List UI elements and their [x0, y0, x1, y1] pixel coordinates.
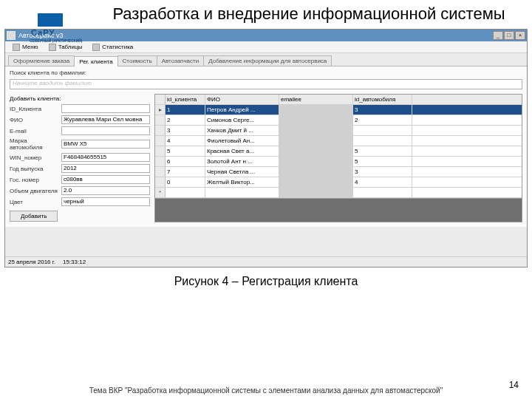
- search-label: Поиск клиента по фамилии:: [10, 69, 86, 76]
- app-icon: [7, 31, 16, 40]
- form-row: Год выпуска2012: [10, 164, 150, 173]
- form-row: Гос. номерс080вв: [10, 175, 150, 184]
- form-header: Добавить клиента:: [10, 95, 150, 102]
- field-input[interactable]: F468484655515: [61, 153, 150, 162]
- form-row: ID_Клиента: [10, 104, 150, 113]
- logo: СаРУ СЕВЕРНЫЙ (АРКТИЧЕСКИЙ): [30, 13, 71, 50]
- table-row[interactable]: 6Золотой Ант н ...5: [155, 157, 522, 167]
- tabstrip: Оформление заказа Рег. клиента Стоимость…: [5, 53, 527, 66]
- tab-info[interactable]: Добавление информации для автосервиса: [203, 55, 332, 66]
- minimize-button[interactable]: _: [493, 31, 503, 40]
- grid-panel: id_клиента ФИО emailee id_автомобиля ▸1П…: [154, 94, 522, 222]
- table-row[interactable]: 4Фиолетовый Ан...: [155, 136, 522, 146]
- field-label: WIN_номер: [10, 154, 61, 161]
- field-label: ID_Клиента: [10, 106, 61, 112]
- form-row: Марка автомобиляBMW X5: [10, 137, 150, 151]
- field-input[interactable]: черный: [61, 197, 150, 206]
- titlebar: Автосервис v3 _ □ ×: [5, 30, 527, 41]
- grid-new-row[interactable]: [155, 188, 522, 198]
- table-row[interactable]: 0Желтый Виктор...4: [155, 177, 522, 188]
- slide-title: Разработка и внедрение информационной си…: [0, 0, 532, 24]
- field-label: Цвет: [10, 199, 61, 205]
- search-input[interactable]: Начните вводить фамилию: [10, 79, 522, 89]
- grid-footer: [154, 199, 522, 222]
- field-input[interactable]: BMW X5: [61, 140, 150, 149]
- tab-cost[interactable]: Стоимость: [117, 55, 157, 66]
- menu-icon: [13, 44, 20, 51]
- table-row[interactable]: ▸1Петров Андрей ...3: [155, 105, 522, 115]
- maximize-button[interactable]: □: [504, 31, 514, 40]
- form-row: Объем двигателя2.0: [10, 186, 150, 195]
- figure-caption: Рисунок 4 – Регистрация клиента: [0, 275, 532, 288]
- table-row[interactable]: 7Черная Светла ...3: [155, 167, 522, 177]
- form-row: Цветчерный: [10, 197, 150, 206]
- field-input[interactable]: [61, 126, 150, 135]
- field-label: Гос. номер: [10, 177, 61, 183]
- field-label: ФИО: [10, 117, 61, 123]
- field-input[interactable]: с080вв: [61, 175, 150, 184]
- table-row[interactable]: 2Симонов Серге...2: [155, 115, 522, 126]
- field-label: Год выпуска: [10, 166, 61, 172]
- footer-text: Тема ВКР "Разработка информационной сист…: [0, 386, 532, 395]
- form-panel: Добавить клиента: ID_КлиентаФИОЖуравлева…: [10, 94, 150, 222]
- close-button[interactable]: ×: [515, 31, 525, 40]
- table-row[interactable]: 3Хачков Дмит й ...: [155, 126, 522, 136]
- grid-header: id_клиента ФИО emailee id_автомобиля: [155, 95, 522, 105]
- field-label: E-mail: [10, 128, 61, 134]
- statistics-icon: [92, 44, 100, 51]
- field-label: Объем двигателя: [10, 188, 61, 194]
- statusbar: 25 апреля 2016 г. 15:33:12: [5, 256, 527, 267]
- field-input[interactable]: 2.0: [61, 186, 150, 195]
- menubar: Меню Таблицы Статистика: [5, 41, 527, 53]
- page-number: 14: [509, 380, 519, 390]
- add-button[interactable]: Добавить: [10, 211, 58, 222]
- search-row: Поиск клиента по фамилии:: [10, 69, 522, 76]
- status-time: 15:33:12: [63, 259, 86, 265]
- data-grid[interactable]: id_клиента ФИО emailee id_автомобиля ▸1П…: [154, 94, 522, 199]
- status-date: 25 апреля 2016 г.: [8, 259, 55, 265]
- tab-parts[interactable]: Автозапчасти: [157, 55, 205, 66]
- form-row: ФИОЖуравлева Мари Сел мовна: [10, 115, 150, 124]
- tab-order[interactable]: Оформление заказа: [8, 55, 75, 66]
- form-row: E-mail: [10, 126, 150, 135]
- menu-statistics[interactable]: Статистика: [88, 42, 137, 52]
- app-window: Автосервис v3 _ □ × Меню Таблицы Статист…: [4, 29, 528, 267]
- table-row[interactable]: 5Красная Свет а...5: [155, 146, 522, 157]
- field-input[interactable]: Журавлева Мари Сел мовна: [61, 115, 150, 124]
- workarea: Поиск клиента по фамилии: Начните вводит…: [5, 66, 527, 227]
- tab-register-client[interactable]: Рег. клиента: [74, 56, 117, 66]
- field-input[interactable]: 2012: [61, 164, 150, 173]
- form-row: WIN_номерF468484655515: [10, 153, 150, 162]
- field-input[interactable]: [61, 104, 150, 113]
- field-label: Марка автомобиля: [10, 137, 61, 151]
